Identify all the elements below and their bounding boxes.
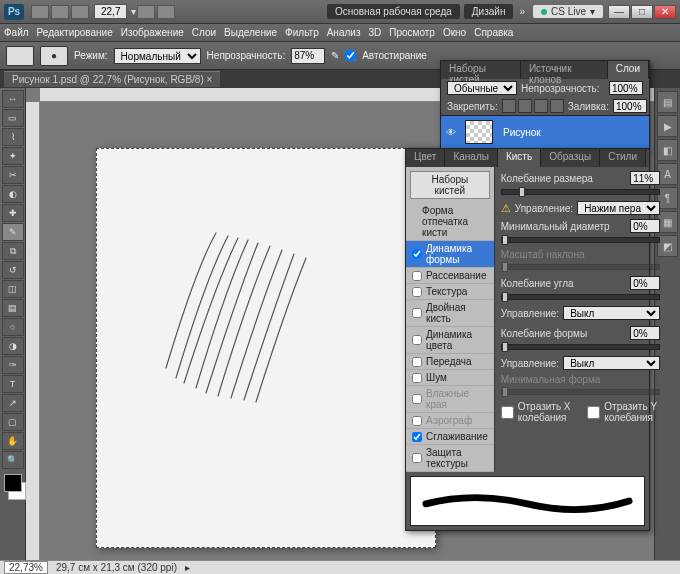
auto-erase-checkbox[interactable] <box>345 50 356 61</box>
menu-file[interactable]: Файл <box>4 27 29 38</box>
lock-all-icon[interactable] <box>550 99 564 113</box>
tab-swatches[interactable]: Образцы <box>541 149 600 167</box>
layer-name[interactable]: Рисунок <box>497 127 649 138</box>
titlebar-button[interactable] <box>51 5 69 19</box>
titlebar-button[interactable] <box>31 5 49 19</box>
stamp-tool[interactable]: ⧉ <box>2 242 24 260</box>
lock-position-icon[interactable] <box>534 99 548 113</box>
brush-preview[interactable]: ● <box>40 46 68 66</box>
brush-setting-item[interactable]: Форма отпечатка кисти <box>406 203 494 241</box>
brush-setting-checkbox[interactable] <box>412 453 422 463</box>
foreground-swatch[interactable] <box>4 474 22 492</box>
brush-setting-checkbox[interactable] <box>412 432 422 442</box>
brush-setting-item[interactable]: Аэрограф <box>406 413 494 429</box>
size-control-select[interactable]: Нажим пера <box>577 201 660 215</box>
brush-setting-item[interactable]: Двойная кисть <box>406 300 494 327</box>
tab-color[interactable]: Цвет <box>406 149 445 167</box>
document-tab[interactable]: Рисунок 1.psd @ 22,7% (Рисунок, RGB/8) × <box>4 71 220 87</box>
brush-setting-item[interactable]: Сглаживание <box>406 429 494 445</box>
cslive-button[interactable]: CS Live▾ <box>533 5 603 18</box>
shape-tool[interactable]: ▢ <box>2 413 24 431</box>
roundness-control-select[interactable]: Выкл <box>563 356 660 370</box>
brush-setting-item[interactable]: Динамика цвета <box>406 327 494 354</box>
brush-setting-checkbox[interactable] <box>412 335 422 345</box>
hand-tool[interactable]: ✋ <box>2 432 24 450</box>
brush-setting-item[interactable]: Защита текстуры <box>406 445 494 472</box>
zoom-tool[interactable]: 🔍 <box>2 451 24 469</box>
flip-x-checkbox[interactable] <box>501 406 514 419</box>
tab-brush[interactable]: Кисть <box>498 149 541 167</box>
brush-setting-checkbox[interactable] <box>412 416 422 426</box>
titlebar-button[interactable] <box>71 5 89 19</box>
move-tool[interactable]: ↔ <box>2 90 24 108</box>
type-tool[interactable]: T <box>2 375 24 393</box>
layer-row[interactable]: 👁 Рисунок <box>441 116 649 148</box>
pressure-opacity-icon[interactable]: ✎ <box>331 50 339 61</box>
opacity-input[interactable] <box>291 48 325 64</box>
layer-opacity-input[interactable] <box>609 81 643 95</box>
layer-thumbnail[interactable] <box>465 120 493 144</box>
min-diameter-input[interactable] <box>630 219 660 233</box>
brush-setting-checkbox[interactable] <box>412 357 422 367</box>
roundness-jitter-slider[interactable] <box>501 344 660 350</box>
angle-jitter-slider[interactable] <box>501 294 660 300</box>
healing-tool[interactable]: ✚ <box>2 204 24 222</box>
brush-setting-checkbox[interactable] <box>412 308 422 318</box>
crop-tool[interactable]: ✂ <box>2 166 24 184</box>
marquee-tool[interactable]: ▭ <box>2 109 24 127</box>
titlebar-button[interactable] <box>157 5 175 19</box>
menu-select[interactable]: Выделение <box>224 27 277 38</box>
layer-blend-select[interactable]: Обычные <box>447 81 517 95</box>
brush-setting-item[interactable]: Текстура <box>406 284 494 300</box>
blend-mode-select[interactable]: Нормальный <box>114 48 201 64</box>
wand-tool[interactable]: ✦ <box>2 147 24 165</box>
menu-3d[interactable]: 3D <box>368 27 381 38</box>
menu-layers[interactable]: Слои <box>192 27 216 38</box>
dock-properties-icon[interactable]: ◧ <box>657 139 678 161</box>
brush-setting-item[interactable]: Шум <box>406 370 494 386</box>
min-diameter-slider[interactable] <box>501 237 660 243</box>
minimize-button[interactable]: — <box>608 5 630 19</box>
history-brush-tool[interactable]: ↺ <box>2 261 24 279</box>
dock-history-icon[interactable]: ▤ <box>657 91 678 113</box>
workspace-design-button[interactable]: Дизайн <box>464 4 514 19</box>
chevron-right-icon[interactable]: ▸ <box>185 562 190 573</box>
path-tool[interactable]: ↗ <box>2 394 24 412</box>
brush-setting-item[interactable]: Влажные края <box>406 386 494 413</box>
workspace-main-button[interactable]: Основная рабочая среда <box>327 4 460 19</box>
angle-control-select[interactable]: Выкл <box>563 306 660 320</box>
brush-tool[interactable]: ✎ <box>2 223 24 241</box>
tab-brush-presets[interactable]: Наборы кистей <box>441 61 521 79</box>
dodge-tool[interactable]: ◑ <box>2 337 24 355</box>
brush-setting-checkbox[interactable] <box>412 394 422 404</box>
menu-filter[interactable]: Фильтр <box>285 27 319 38</box>
menu-view[interactable]: Просмотр <box>389 27 435 38</box>
brush-setting-checkbox[interactable] <box>412 287 422 297</box>
tab-channels[interactable]: Каналы <box>445 149 498 167</box>
close-button[interactable]: ✕ <box>654 5 676 19</box>
chevron-down-icon[interactable]: ▾ <box>131 6 136 17</box>
canvas[interactable] <box>96 148 436 548</box>
tab-layers[interactable]: Слои <box>608 61 649 79</box>
blur-tool[interactable]: ○ <box>2 318 24 336</box>
lasso-tool[interactable]: ⌇ <box>2 128 24 146</box>
layer-fill-input[interactable] <box>613 99 647 113</box>
close-tab-icon[interactable]: × <box>207 74 213 85</box>
dock-actions-icon[interactable]: ▶ <box>657 115 678 137</box>
size-jitter-input[interactable] <box>630 171 660 185</box>
brush-setting-item[interactable]: Передача <box>406 354 494 370</box>
zoom-value[interactable]: 22,7 <box>94 4 127 19</box>
eraser-tool[interactable]: ◫ <box>2 280 24 298</box>
flip-y-checkbox[interactable] <box>587 406 600 419</box>
gradient-tool[interactable]: ▤ <box>2 299 24 317</box>
menu-help[interactable]: Справка <box>474 27 513 38</box>
brush-presets-button[interactable]: Наборы кистей <box>410 171 490 199</box>
tab-styles[interactable]: Стили <box>600 149 646 167</box>
tab-clone-source[interactable]: Источник клонов <box>521 61 608 79</box>
angle-jitter-input[interactable] <box>630 276 660 290</box>
status-zoom[interactable]: 22,73% <box>4 561 48 574</box>
menu-image[interactable]: Изображение <box>121 27 184 38</box>
brush-setting-item[interactable]: Рассеивание <box>406 268 494 284</box>
size-jitter-slider[interactable] <box>501 189 660 195</box>
brush-setting-checkbox[interactable] <box>412 249 422 259</box>
